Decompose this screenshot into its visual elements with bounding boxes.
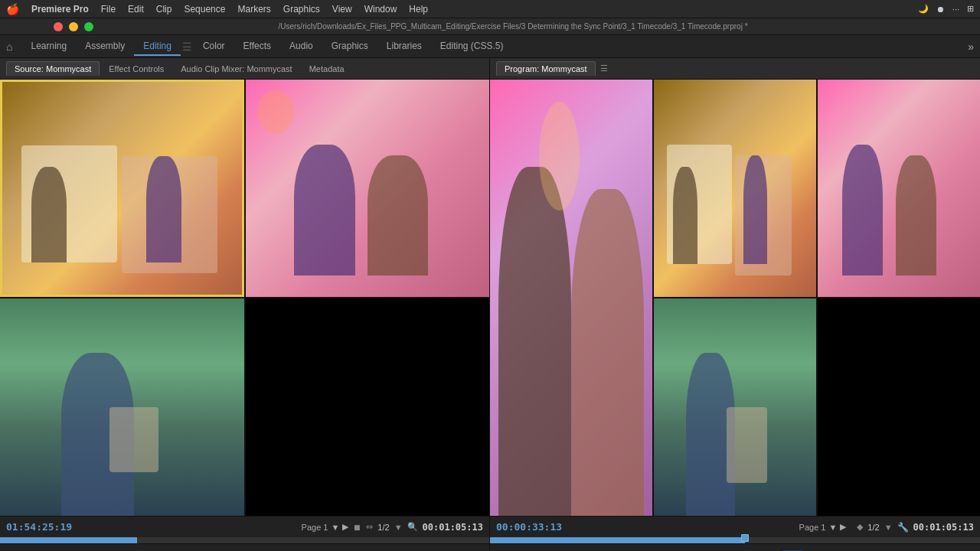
- tab-libraries[interactable]: Libraries: [377, 37, 431, 56]
- program-monitor-tab[interactable]: Program: Mommycast: [496, 61, 596, 76]
- program-playhead-marker: [741, 534, 749, 542]
- source-monitor-panel: Source: Mommycast Effect Controls Audio …: [0, 58, 490, 551]
- menu-clip[interactable]: Clip: [156, 4, 172, 15]
- workspace-bar: ⌂ Learning Assembly Editing ☰ Color Effe…: [0, 35, 980, 58]
- app-name: Premiere Pro: [31, 4, 89, 15]
- program-video-display: [490, 80, 980, 516]
- source-monitor-tabs: Source: Mommycast Effect Controls Audio …: [0, 58, 489, 80]
- program-zoom-icon[interactable]: 🔧: [897, 522, 909, 533]
- tab-editing-css[interactable]: Editing (CSS.5): [431, 37, 513, 56]
- audio-clip-mixer-tab[interactable]: Audio Clip Mixer: Mommycast: [173, 62, 299, 76]
- cam-preview-2: [246, 80, 490, 297]
- source-add-btn[interactable]: +: [470, 548, 483, 552]
- source-playback-controls: ◆ ◀| |◀ |◀◀ ⏮ ▶ ▶▶| ▶▶| ⊞ ⊟ 📷 +: [0, 543, 489, 551]
- effect-controls-tab[interactable]: Effect Controls: [101, 62, 172, 76]
- prog-cell-1[interactable]: [654, 80, 816, 297]
- program-playback-controls: ◆ ◀| |◀ |◀◀ ⏮ ⏹ ▶ ▶▶| ▶▶| ⊞ ⊟ 📷 MC +: [490, 543, 980, 551]
- source-progress-indicator: [0, 537, 137, 543]
- source-video-display: [0, 80, 489, 516]
- moon-icon: 🌙: [918, 4, 929, 14]
- program-duration: 00:01:05:13: [913, 522, 974, 533]
- source-monitor-tab[interactable]: Source: Mommycast: [6, 61, 100, 76]
- source-page-next-icon[interactable]: ▶: [342, 522, 348, 532]
- record-icon: ⏺: [936, 5, 945, 14]
- window-title: /Users/rich/Downloads/Ex_Files_PPG_Multi…: [100, 22, 926, 31]
- source-timecode[interactable]: 01:54:25:19: [6, 521, 72, 533]
- program-timecode[interactable]: 00:00:33:13: [496, 521, 562, 533]
- tab-color[interactable]: Color: [194, 37, 234, 56]
- cam-cell-4[interactable]: [246, 298, 490, 516]
- source-page-selector[interactable]: Page 1 ▼ ▶: [302, 522, 349, 532]
- cam-preview-3: [0, 298, 244, 516]
- tab-effects[interactable]: Effects: [234, 37, 280, 56]
- cam-cell-2[interactable]: [246, 80, 490, 297]
- program-ratio: 1/2: [867, 523, 879, 532]
- menu-right-icons: 🌙 ⏺ ··· ⊞: [918, 4, 974, 14]
- prog-cell-4: [818, 298, 980, 516]
- source-zoom-icon[interactable]: 🔍: [407, 522, 418, 532]
- menu-view[interactable]: View: [332, 4, 352, 15]
- program-progress-indicator: [490, 537, 745, 543]
- source-page-dropdown-icon[interactable]: ▼: [331, 523, 339, 532]
- program-monitor-menu-icon[interactable]: ☰: [600, 64, 608, 73]
- apple-logo: 🍎: [6, 3, 19, 15]
- more-icon: ···: [952, 5, 959, 14]
- program-page-next-icon[interactable]: ▶: [840, 522, 846, 532]
- menu-markers[interactable]: Markers: [237, 4, 270, 15]
- maximize-button[interactable]: [84, 22, 93, 31]
- source-export-icon[interactable]: ⏹: [353, 523, 361, 532]
- program-monitor-panel: Program: Mommycast ☰: [490, 58, 980, 551]
- source-monitor-controls: 01:54:25:19 Page 1 ▼ ▶ ⏹ ⇔ 1/2 ▼ 🔍 00:01…: [0, 516, 489, 537]
- control-icon: ⊞: [967, 4, 974, 14]
- cam-cell-1[interactable]: [0, 80, 244, 297]
- source-ratio: 1/2: [377, 523, 389, 532]
- prog-cell-large[interactable]: [490, 80, 652, 516]
- title-bar: /Users/rich/Downloads/Ex_Files_PPG_Multi…: [0, 18, 980, 35]
- program-page-selector[interactable]: Page 1 ▼ ▶: [799, 522, 847, 532]
- program-monitor-tabs: Program: Mommycast ☰: [490, 58, 980, 80]
- tab-assembly[interactable]: Assembly: [76, 37, 134, 56]
- prog-cell-2[interactable]: [818, 80, 980, 297]
- program-marker-icon[interactable]: ◆: [857, 522, 863, 532]
- program-monitor-controls: 00:00:33:13 Page 1 ▼ ▶ ◆ 1/2 ▼ 🔧 00:01:0…: [490, 516, 980, 537]
- close-button[interactable]: [54, 22, 63, 31]
- tab-learning[interactable]: Learning: [21, 37, 76, 56]
- source-progress-bar[interactable]: [0, 537, 489, 543]
- cam-preview-1: [2, 82, 242, 295]
- menu-graphics[interactable]: Graphics: [283, 4, 320, 15]
- minimize-button[interactable]: [69, 22, 78, 31]
- menu-file[interactable]: File: [101, 4, 116, 15]
- program-progress-bar[interactable]: [490, 537, 980, 543]
- tab-graphics[interactable]: Graphics: [322, 37, 377, 56]
- home-icon[interactable]: ⌂: [6, 41, 12, 53]
- source-play-btn[interactable]: ▶: [123, 546, 140, 552]
- menu-edit[interactable]: Edit: [128, 4, 144, 15]
- tab-audio[interactable]: Audio: [280, 37, 322, 56]
- program-ratio-dropdown-icon[interactable]: ▼: [884, 523, 893, 532]
- menu-window[interactable]: Window: [364, 4, 397, 15]
- program-page-dropdown-icon[interactable]: ▼: [828, 523, 837, 532]
- menu-sequence[interactable]: Sequence: [184, 4, 225, 15]
- menu-help[interactable]: Help: [409, 4, 428, 15]
- program-play-btn[interactable]: ▶: [635, 546, 652, 552]
- more-workspaces-icon[interactable]: »: [968, 41, 974, 53]
- cam-cell-3[interactable]: [0, 298, 244, 516]
- menu-bar: 🍎 Premiere Pro File Edit Clip Sequence M…: [0, 0, 980, 18]
- metadata-tab[interactable]: Metadata: [302, 62, 352, 76]
- source-expand-icon[interactable]: ⇔: [366, 522, 373, 532]
- editing-panel-icon: ☰: [182, 41, 192, 53]
- source-duration: 00:01:05:13: [423, 522, 483, 533]
- main-content: Source: Mommycast Effect Controls Audio …: [0, 58, 980, 551]
- source-page-label: Page 1: [302, 523, 328, 532]
- tab-editing[interactable]: Editing: [134, 37, 181, 56]
- program-add-btn[interactable]: +: [961, 548, 974, 552]
- prog-cell-3[interactable]: [654, 298, 816, 516]
- program-page-label: Page 1: [799, 523, 826, 532]
- source-ratio-dropdown-icon[interactable]: ▼: [394, 523, 403, 532]
- multicam-grid: [0, 80, 489, 516]
